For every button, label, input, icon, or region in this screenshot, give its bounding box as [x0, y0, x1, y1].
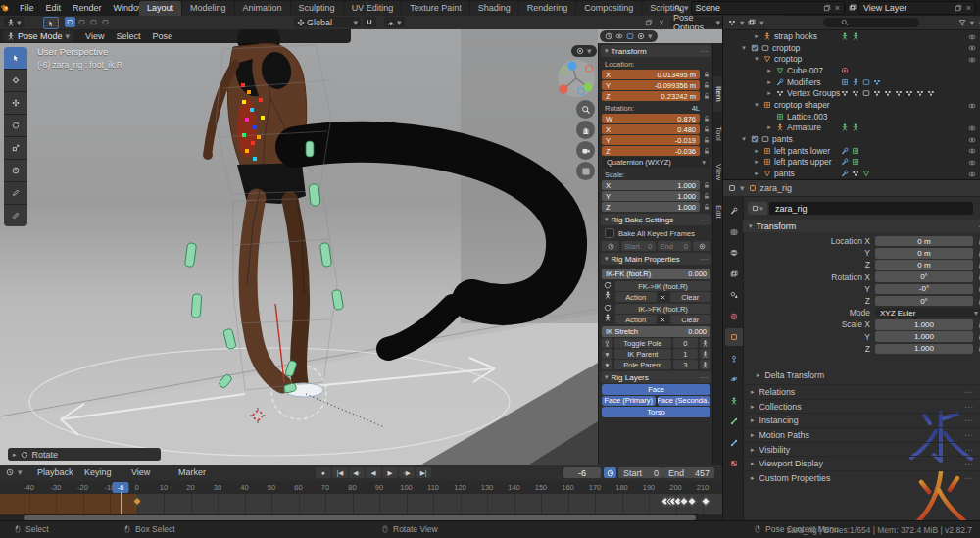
ik-parent-value[interactable]: 1: [673, 349, 698, 359]
outliner-row[interactable]: ▸Armature: [723, 122, 980, 134]
bake-clock-button[interactable]: [602, 241, 619, 251]
viewport-menu-view[interactable]: View: [79, 31, 110, 41]
snap-pose-icon[interactable]: [700, 338, 710, 348]
npanel-tab-tool[interactable]: Tool: [713, 116, 722, 151]
frame-start-field[interactable]: Start0: [618, 467, 663, 478]
axis-field[interactable]: Y1.000: [602, 191, 700, 201]
record-button[interactable]: ●: [316, 467, 331, 478]
move-tool-button[interactable]: [4, 92, 27, 115]
pole-parent-button[interactable]: Pole Parent: [614, 360, 671, 369]
panel-motion-paths[interactable]: ▸Motion Paths⋯: [743, 427, 980, 442]
mode-dropdown[interactable]: XYZ Euler▾: [875, 308, 980, 318]
menu-edit[interactable]: Edit: [40, 1, 68, 16]
close-icon[interactable]: ×: [966, 3, 971, 13]
pose-icon[interactable]: [604, 291, 612, 299]
rig-layer-face[interactable]: Face: [602, 384, 710, 395]
select-mode-3[interactable]: [88, 17, 99, 27]
workspace-tab-modeling[interactable]: Modeling: [182, 1, 234, 16]
visibility-eye-icon[interactable]: [968, 31, 976, 41]
outliner-row[interactable]: ▸left pants upper: [723, 157, 980, 169]
axis-field[interactable]: Z1.000: [602, 202, 700, 212]
blender-logo-icon[interactable]: [0, 3, 10, 13]
object-id-icon[interactable]: ▾: [748, 202, 767, 215]
rig-layer-torso[interactable]: Torso: [602, 407, 710, 417]
viewport-menu-pose[interactable]: Pose: [146, 31, 178, 41]
new-scene-icon[interactable]: [823, 4, 831, 12]
jump-start-button[interactable]: |◀: [332, 467, 348, 478]
select-mode-4[interactable]: [100, 17, 111, 27]
expander-icon[interactable]: ▸: [753, 158, 760, 166]
expander-icon[interactable]: ▸: [765, 78, 773, 86]
panel-collections[interactable]: ▸Collections⋯: [743, 399, 980, 414]
expander-icon[interactable]: ▾: [753, 101, 760, 109]
fk-to-ik-button[interactable]: FK->IK (foot.R): [615, 281, 710, 291]
workspace-tab-texture-paint[interactable]: Texture Paint: [402, 1, 469, 16]
outliner-row[interactable]: ▾croptop: [723, 53, 980, 65]
clear-x-icon[interactable]: [659, 315, 668, 324]
expander-icon[interactable]: ▾: [740, 135, 748, 143]
crosshair-tool-button[interactable]: [4, 70, 27, 92]
workspace-tab-layout[interactable]: Layout: [139, 1, 181, 16]
outliner-row[interactable]: ▾croptop shaper: [723, 99, 980, 111]
bake-start-field[interactable]: Start0: [621, 241, 656, 251]
expander-icon[interactable]: ▸: [753, 170, 760, 177]
property-field[interactable]: 1.000: [875, 331, 973, 342]
timeline-menu-keying[interactable]: Keying: [80, 465, 116, 480]
playhead-line[interactable]: [121, 492, 122, 514]
timeline-tracks[interactable]: [0, 494, 722, 514]
ikfk-slider[interactable]: IK-FK (foot.R)0.000: [602, 269, 710, 279]
select-mode-2[interactable]: [76, 17, 87, 27]
navigation-gizmo[interactable]: [555, 57, 598, 100]
axis-field[interactable]: X1.000: [602, 180, 700, 190]
bake-all-keyed-frames-row[interactable]: Bake All Keyed Frames: [599, 226, 713, 240]
expander-icon[interactable]: ▸: [753, 32, 760, 40]
frame-end-field[interactable]: End457: [663, 467, 714, 478]
properties-tab-printer-2[interactable]: [725, 244, 743, 262]
property-field[interactable]: 0 m: [875, 248, 973, 259]
snap-icon[interactable]: [604, 281, 612, 289]
rotate-tool-button[interactable]: [4, 115, 27, 137]
properties-tab-images-3[interactable]: [725, 266, 743, 283]
outliner-row[interactable]: ▾croptop: [723, 42, 980, 54]
axis-field[interactable]: Y-0.019: [602, 135, 700, 145]
rig-layers-header[interactable]: ▾Rig Layers⋯: [601, 371, 711, 383]
axis-field[interactable]: X0.480: [602, 124, 700, 134]
mode-dropdown[interactable]: Pose Mode ▾: [3, 30, 74, 42]
transform-panel-header[interactable]: ▾Transform⋯: [743, 220, 980, 232]
bake-options-button[interactable]: [693, 241, 710, 251]
rig-main-properties-header[interactable]: ▾Rig Main Properties⋯: [601, 253, 711, 265]
new-layer-icon[interactable]: [955, 4, 962, 12]
axis-field[interactable]: Y-0.099356 m: [602, 80, 700, 90]
pole-parent-value[interactable]: 3: [673, 360, 698, 369]
pan-button[interactable]: [576, 121, 595, 139]
zoom-button[interactable]: [576, 100, 595, 119]
axis-field[interactable]: W0.876: [602, 114, 700, 123]
select-mode-1[interactable]: [65, 17, 75, 27]
rig-layer-face-primary-[interactable]: Face (Primary): [602, 396, 656, 407]
expander-icon[interactable]: ▸: [765, 89, 773, 97]
property-field[interactable]: -0°: [875, 284, 973, 295]
rig-bake-settings-header[interactable]: ▾Rig Bake Settings⋯: [601, 214, 711, 225]
properties-tab-bone-10[interactable]: [725, 413, 743, 430]
checkbox[interactable]: [605, 228, 614, 238]
use-preview-range-toggle[interactable]: [604, 467, 616, 478]
ik-to-fk-button[interactable]: IK->FK (foot.R): [615, 304, 710, 314]
bake-end-field[interactable]: End0: [658, 241, 692, 251]
clear-button[interactable]: Clear: [670, 292, 711, 302]
snap-icon[interactable]: [604, 304, 612, 312]
jump-end-button[interactable]: ▶|: [416, 467, 431, 478]
editor-type-icon[interactable]: [728, 184, 736, 192]
chevron-down-icon[interactable]: ▾: [602, 360, 612, 369]
workspace-tab-shading[interactable]: Shading: [470, 1, 518, 16]
outliner-row[interactable]: ▸Modifiers: [723, 76, 980, 88]
npanel-tab-edit[interactable]: Edit: [713, 194, 722, 229]
snap-pose-icon[interactable]: [700, 360, 710, 369]
outliner-row[interactable]: ▸strap hooks: [723, 30, 980, 42]
properties-tab-checker-12[interactable]: [725, 455, 743, 472]
properties-tab-objsq-6[interactable]: [725, 328, 743, 346]
outliner-row[interactable]: ▸left pants lower: [723, 145, 980, 157]
property-field[interactable]: 0°: [875, 271, 973, 282]
close-icon[interactable]: ×: [835, 3, 840, 13]
toggle-pole-button[interactable]: Toggle Pole: [614, 338, 671, 348]
workspace-tab-rendering[interactable]: Rendering: [519, 1, 576, 16]
